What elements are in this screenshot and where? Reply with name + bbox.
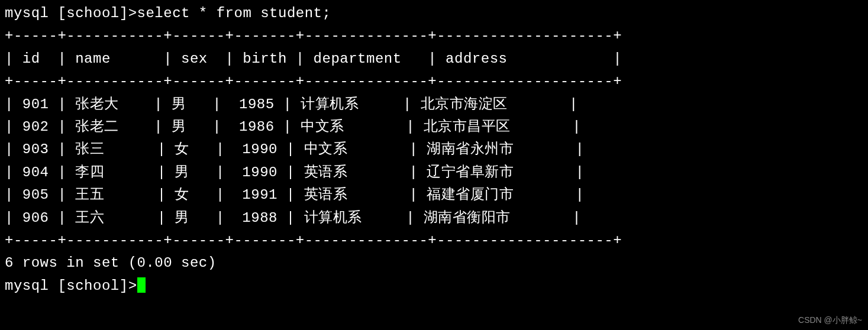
cursor-icon (137, 277, 146, 293)
table-row: | 902 | 张老二 | 男 | 1986 | 中文系 | 北京市昌平区 | (5, 116, 863, 138)
result-status: 6 rows in set (0.00 sec) (5, 252, 863, 274)
prompt-line[interactable]: mysql [school]> (5, 275, 863, 297)
table-row: | 906 | 王六 | 男 | 1988 | 计算机系 | 湖南省衡阳市 | (5, 207, 863, 229)
table-header-row: | id | name | sex | birth | department |… (5, 48, 863, 70)
table-border-top: +-----+-----------+------+-------+------… (5, 25, 863, 47)
table-row: | 905 | 王五 | 女 | 1991 | 英语系 | 福建省厦门市 | (5, 184, 863, 206)
table-border-bottom: +-----+-----------+------+-------+------… (5, 229, 863, 252)
watermark: CSDN @小胖鲸~ (798, 313, 862, 326)
command-line[interactable]: mysql [school]>select * from student; (5, 2, 863, 25)
table-border-mid: +-----+-----------+------+-------+------… (5, 70, 863, 93)
table-row: | 901 | 张老大 | 男 | 1985 | 计算机系 | 北京市海淀区 | (5, 93, 863, 116)
mysql-prompt: mysql [school]> (5, 5, 137, 21)
sql-command: select * from student; (137, 5, 331, 21)
mysql-prompt: mysql [school]> (5, 278, 137, 294)
table-row: | 903 | 张三 | 女 | 1990 | 中文系 | 湖南省永州市 | (5, 138, 863, 161)
table-row: | 904 | 李四 | 男 | 1990 | 英语系 | 辽宁省阜新市 | (5, 161, 863, 184)
